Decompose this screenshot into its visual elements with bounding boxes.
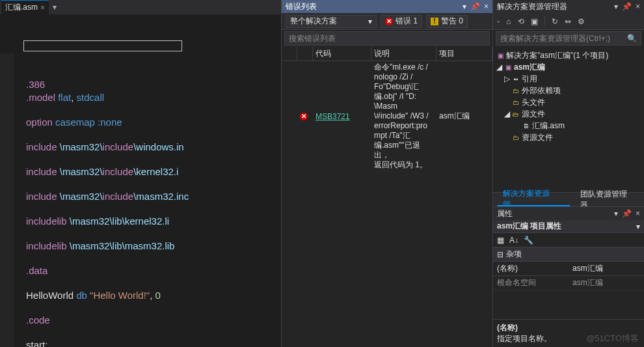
col-code[interactable]: 代码 xyxy=(313,47,371,61)
error-icon: ✕ xyxy=(385,18,393,25)
code-editor[interactable]: .386 .model flat, stdcall option casemap… xyxy=(0,14,281,347)
wrench-icon[interactable]: 🔧 xyxy=(524,236,533,245)
close-icon[interactable]: × xyxy=(40,3,45,12)
chevron-down-icon: ▾ xyxy=(368,17,372,26)
expander-icon[interactable]: ◢ xyxy=(503,109,510,118)
properties-titlebar: 属性 ▾ 📌 × xyxy=(493,207,644,220)
properties-subject[interactable]: asm汇编 项目属性 ▾ xyxy=(493,220,644,233)
scope-combo[interactable]: 整个解决方案▾ xyxy=(286,15,377,28)
editor-gutter xyxy=(0,53,14,347)
collapse-icon[interactable]: ⊟ xyxy=(497,250,503,259)
col-proj[interactable]: 项目 xyxy=(436,47,492,61)
tab-label: 汇编.asm xyxy=(5,2,38,13)
properties-toolbar: ▦ A↓ 🔧 xyxy=(493,233,644,247)
pin-icon[interactable]: 📌 xyxy=(622,2,632,11)
error-row[interactable]: ✕ MSB3721 命令"ml.exe /c / nologo /Zi / Fo… xyxy=(282,61,492,171)
chevron-down-icon: ▾ xyxy=(636,222,640,231)
search-icon: 🔍 xyxy=(627,34,637,43)
externals-node[interactable]: 🗀 外部依赖项 xyxy=(493,85,644,96)
error-list-panel: 错误列表 ▾ 📌 × 整个解决方案▾ ✕ 错误 1 ! 警告 0 xyxy=(282,0,493,347)
refs-node[interactable]: ▷ ▪▪ 引用 xyxy=(493,73,644,85)
warning-icon: ! xyxy=(431,18,438,25)
pin-icon[interactable]: 📌 xyxy=(470,2,480,11)
properties-grid[interactable]: ⊟ 杂项 (名称) asm汇编 根命名空间 asm汇编 xyxy=(493,247,644,290)
error-desc: 命令"ml.exe /c / nologo /Zi / Fo"Debug\汇 编… xyxy=(374,62,434,170)
dropdown-icon[interactable]: ▾ xyxy=(463,2,466,11)
editor-tab[interactable]: 汇编.asm × xyxy=(1,0,49,14)
errors-filter-button[interactable]: ✕ 错误 1 xyxy=(381,15,422,28)
errorlist-header[interactable]: 代码 说明 项目 xyxy=(282,47,492,61)
error-icon: ✕ xyxy=(300,113,308,120)
prop-row-name[interactable]: (名称) asm汇编 xyxy=(493,262,644,276)
error-proj: asm汇编 xyxy=(439,111,470,122)
project-node[interactable]: ◢ ▣ asm汇编 xyxy=(493,61,644,73)
tab-scroll-icon[interactable]: ▾ xyxy=(53,3,57,12)
refresh-icon[interactable]: ↻ xyxy=(552,17,558,26)
home-icon[interactable]: ⌂ xyxy=(506,17,511,26)
folder-open-icon: 🗁 xyxy=(511,109,520,118)
sync-icon[interactable]: ⟲ xyxy=(518,17,524,26)
sx-bottom-tabs: 解决方案资源管… 团队资源管理器 xyxy=(493,192,644,206)
props-icon[interactable]: ⚙ xyxy=(578,17,585,26)
prop-category[interactable]: ⊟ 杂项 xyxy=(493,247,644,262)
sx-toolbar: ◦ ⌂ ⟲ ▣ ↻ ⇔ ⚙ xyxy=(493,13,644,30)
sources-node[interactable]: ◢ 🗁 源文件 xyxy=(493,108,644,120)
prop-row-ns[interactable]: 根命名空间 asm汇编 xyxy=(493,276,644,290)
sx-search[interactable]: 搜索解决方案资源管理器(Ctrl+;) 🔍 xyxy=(496,31,641,46)
errorlist-search[interactable]: 搜索错误列表 xyxy=(284,31,490,46)
file-icon: 🗎 xyxy=(522,121,531,130)
dropdown-icon[interactable]: ▾ xyxy=(614,2,618,11)
properties-panel: 属性 ▾ 📌 × asm汇编 项目属性 ▾ ▦ A↓ 🔧 ⊟ xyxy=(493,206,644,347)
editor-tab-bar: 汇编.asm × ▾ xyxy=(0,0,281,14)
refs-icon: ▪▪ xyxy=(511,74,520,83)
project-icon: ▣ xyxy=(503,62,513,72)
solution-tree[interactable]: ▣ 解决方案"asm汇编"(1 个项目) ◢ ▣ asm汇编 ▷ ▪▪ 引用 🗀… xyxy=(493,47,644,192)
dropdown-icon[interactable]: ▾ xyxy=(614,209,618,218)
pin-icon[interactable]: 📌 xyxy=(622,209,632,218)
sx-title: 解决方案资源管理器 xyxy=(497,1,567,12)
errorlist-titlebar: 错误列表 ▾ 📌 × xyxy=(282,0,492,13)
alpha-icon[interactable]: A↓ xyxy=(509,236,518,245)
tab-solution-explorer[interactable]: 解决方案资源管… xyxy=(497,193,570,206)
folder-icon: 🗀 xyxy=(511,86,520,95)
solution-node[interactable]: ▣ 解决方案"asm汇编"(1 个项目) xyxy=(493,49,644,61)
editor-pane: 汇编.asm × ▾ .386 .model flat, stdcall opt… xyxy=(0,0,282,347)
category-icon[interactable]: ▦ xyxy=(497,236,504,245)
resources-node[interactable]: 🗀 资源文件 xyxy=(493,132,644,143)
solution-icon: ▣ xyxy=(496,51,505,60)
col-desc[interactable]: 说明 xyxy=(371,47,436,61)
expander-icon[interactable]: ◢ xyxy=(496,62,502,72)
errorlist-title: 错误列表 xyxy=(286,1,317,12)
folder-icon: 🗀 xyxy=(511,98,520,107)
collapse-icon[interactable]: ⇔ xyxy=(565,17,571,26)
expander-icon[interactable]: ▷ xyxy=(503,74,510,83)
sx-titlebar: 解决方案资源管理器 ▾ 📌 × xyxy=(493,0,644,13)
headers-node[interactable]: 🗀 头文件 xyxy=(493,96,644,108)
show-all-icon[interactable]: ▣ xyxy=(531,17,538,26)
breakpoint-gutter[interactable] xyxy=(14,53,23,347)
close-icon[interactable]: × xyxy=(484,2,489,11)
watermark: @51CTO博客 xyxy=(586,333,639,344)
close-icon[interactable]: × xyxy=(636,209,640,218)
code-area[interactable]: .386 .model flat, stdcall option casemap… xyxy=(23,53,189,347)
warnings-filter-button[interactable]: ! 警告 0 xyxy=(426,15,468,28)
folder-icon: 🗀 xyxy=(511,133,520,142)
error-code-link[interactable]: MSB3721 xyxy=(315,112,350,121)
back-icon[interactable]: ◦ xyxy=(497,17,500,26)
errorlist-toolbar: 整个解决方案▾ ✕ 错误 1 ! 警告 0 xyxy=(282,13,492,30)
close-icon[interactable]: × xyxy=(636,2,640,11)
file-node[interactable]: 🗎 汇编.asm xyxy=(493,120,644,132)
tab-team-explorer[interactable]: 团队资源管理器 xyxy=(574,193,640,206)
solution-explorer-panel: 解决方案资源管理器 ▾ 📌 × ◦ ⌂ ⟲ ▣ ↻ ⇔ ⚙ 搜索解决方案资源管理… xyxy=(493,0,644,347)
